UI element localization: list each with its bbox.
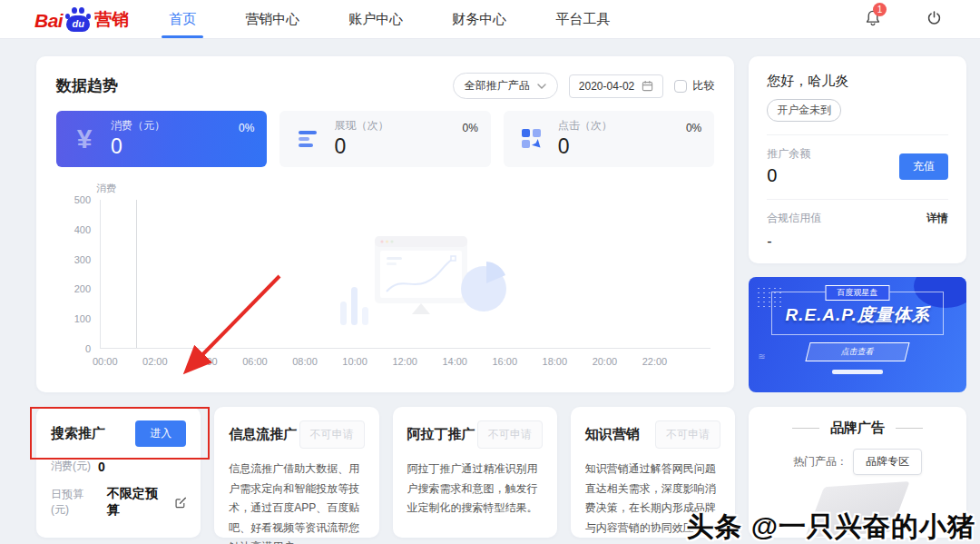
stat-label: 日预算(元): [51, 487, 100, 518]
bars-icon: [299, 128, 317, 150]
consume-trend-chart: 消费 500400 300200 1000: [56, 182, 714, 380]
hot-product-label: 热门产品：: [793, 454, 848, 470]
not-applicable-button[interactable]: 不可申请: [477, 420, 543, 449]
not-applicable-button[interactable]: 不可申请: [655, 420, 720, 449]
compare-label: 比较: [692, 78, 714, 94]
brand-zone-button[interactable]: 品牌专区: [853, 449, 922, 475]
chart-x-ticks: 00:0002:00 04:0006:00 08:0010:00 12:0014…: [93, 356, 667, 367]
nav-menu: 首页 营销中心 账户中心 财务中心 平台工具: [167, 1, 612, 38]
stat-value: 0: [98, 460, 105, 474]
date-picker[interactable]: 2020-04-02: [569, 74, 663, 98]
nav-item-marketing-center[interactable]: 营销中心: [243, 1, 301, 38]
enter-button[interactable]: 进入: [135, 420, 186, 447]
chart-y-axis-title: 消费: [96, 182, 116, 195]
stat-value: 不限定预算: [107, 486, 168, 519]
product-description: 阿拉丁推广通过精准识别用户搜索需求和意图，触发行业定制化的搜索特型结果。: [407, 460, 543, 519]
credit-detail-link[interactable]: 详情: [926, 211, 948, 226]
product-filter-select[interactable]: 全部推广产品: [453, 73, 558, 99]
product-filter-value: 全部推广产品: [465, 78, 530, 94]
product-title: 阿拉丁推广: [407, 426, 475, 443]
chevron-down-icon: [537, 84, 546, 89]
product-card-feed-promotion: 信息流推广 不可申请 信息流推广借助大数据、用户需求定向和智能投放等技术，通过百…: [214, 407, 378, 538]
compare-checkbox[interactable]: [674, 80, 687, 93]
metric-value: 0: [558, 134, 612, 158]
banner-bar-decoration: [832, 370, 883, 374]
brand-title: 品牌广告: [830, 420, 885, 437]
top-nav: Bai du 营销 首页 营销中心 账户中心 财务中心 平台工具 1: [0, 0, 980, 39]
credit-label: 合规信用值: [767, 211, 821, 226]
metric-delta: 0%: [462, 122, 477, 134]
metric-value: 0: [111, 134, 165, 158]
nav-item-home[interactable]: 首页: [167, 1, 198, 38]
not-applicable-button[interactable]: 不可申请: [299, 420, 365, 449]
chart-plot-area[interactable]: [100, 200, 710, 349]
credit-value: -: [767, 233, 948, 250]
chart-y-ticks: 500400 300200 1000: [56, 194, 91, 354]
metric-label: 点击（次）: [558, 120, 612, 133]
logo-text-bai: Bai: [34, 10, 63, 32]
metric-delta: 0%: [686, 122, 701, 134]
baidu-paw-icon: du: [64, 7, 92, 32]
stat-label: 消费(元): [51, 459, 91, 474]
reap-promo-banner[interactable]: ≋ 百度观星盘 R.E.A.P.度量体系 点击查看: [749, 277, 966, 392]
account-card: 您好，哈儿炎 开户金未到 推广余额 0 充值 合规信用值 详情 -: [749, 56, 966, 263]
divider-line: [896, 428, 923, 429]
metric-card-impressions[interactable]: 展现（次） 0 0%: [279, 111, 490, 167]
nav-item-account-center[interactable]: 账户中心: [347, 1, 405, 38]
date-value: 2020-04-02: [579, 80, 634, 93]
metric-delta: 0%: [239, 122, 254, 134]
product-description: 信息流推广借助大数据、用户需求定向和智能投放等技术，通过百度APP、百度贴吧、好…: [229, 460, 364, 544]
nav-item-finance-center[interactable]: 财务中心: [450, 1, 508, 38]
waves-decoration: ≋: [758, 351, 766, 361]
metric-label: 消费（元）: [111, 120, 165, 133]
notification-bell-icon[interactable]: 1: [865, 9, 881, 30]
product-card-aladdin-promotion: 阿拉丁推广 不可申请 阿拉丁推广通过精准识别用户搜索需求和意图，触发行业定制化的…: [393, 407, 557, 538]
logo-text-du: du: [72, 18, 83, 29]
baidu-marketing-logo[interactable]: Bai du 营销: [34, 7, 129, 32]
watermark-text: 头条 @一只兴奋的小猪: [686, 509, 975, 544]
clicks-icon: [521, 128, 543, 150]
banner-badge: 百度观星盘: [826, 285, 890, 301]
product-card-search-promotion: 搜索推广 进入 消费(元) 0 日预算(元) 不限定预算: [36, 407, 201, 538]
chart-hover-line: [136, 200, 137, 348]
metric-card-clicks[interactable]: 点击（次） 0 0%: [504, 111, 714, 167]
banner-frame: 百度观星盘 R.E.A.P.度量体系: [771, 292, 944, 335]
nav-item-platform-tools[interactable]: 平台工具: [554, 1, 612, 38]
divider-line: [792, 428, 819, 429]
logout-power-icon[interactable]: [926, 10, 942, 29]
metric-value: 0: [334, 134, 388, 158]
product-title: 搜索推广: [51, 425, 105, 442]
yen-icon: ¥: [77, 124, 93, 154]
calendar-icon: [642, 80, 653, 92]
trends-title: 数据趋势: [56, 75, 118, 96]
metric-label: 展现（次）: [334, 120, 388, 133]
banner-title: R.E.A.P.度量体系: [776, 303, 939, 327]
user-greeting: 您好，哈儿炎: [767, 73, 948, 90]
logo-text-suffix: 营销: [94, 8, 129, 32]
empty-state-illustration: [338, 231, 511, 340]
product-title: 知识营销: [585, 426, 640, 443]
banner-view-button[interactable]: 点击查看: [805, 342, 909, 361]
edit-budget-icon[interactable]: [175, 497, 186, 509]
metric-card-consume[interactable]: ¥ 消费（元） 0 0%: [56, 111, 267, 167]
recharge-button[interactable]: 充值: [899, 153, 948, 180]
notification-badge: 1: [873, 3, 887, 16]
data-trends-card: 数据趋势 全部推广产品 2020-04-02: [36, 56, 734, 392]
product-title: 信息流推广: [229, 426, 297, 443]
account-status-tag: 开户金未到: [767, 99, 841, 122]
